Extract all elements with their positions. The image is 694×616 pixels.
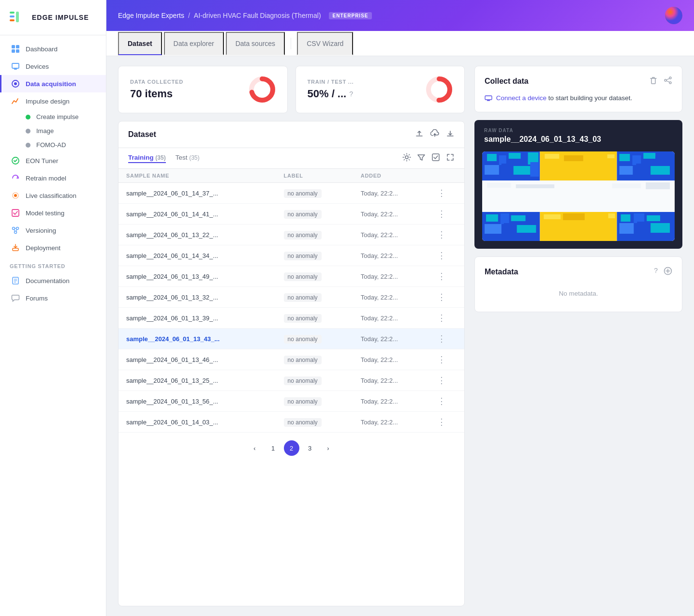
row-more-btn[interactable]: ⋮ [437,251,446,260]
table-row[interactable]: sample__2024_06_01_14_03_... no anomaly … [118,412,464,433]
row-more-btn[interactable]: ⋮ [437,417,446,427]
row-more-btn[interactable]: ⋮ [437,396,446,406]
sidebar-item-versioning[interactable]: Versioning [0,222,106,239]
col-actions [429,169,464,183]
sidebar-item-deployment[interactable]: Deployment [0,239,106,256]
sidebar-item-model-testing[interactable]: Model testing [0,204,106,222]
tab-test[interactable]: Test (35) [176,154,200,163]
add-metadata-icon[interactable] [664,267,672,277]
sidebar-item-retrain-model[interactable]: Retrain model [0,169,106,187]
svg-rect-65 [487,183,511,188]
svg-rect-47 [485,165,499,175]
tab-training[interactable]: Training (35) [128,154,166,163]
settings-icon[interactable] [402,153,411,164]
row-more-btn[interactable]: ⋮ [437,334,446,344]
svg-point-18 [15,231,17,234]
dataset-card-header: Dataset [118,121,464,148]
raw-data-card: RAW DATA sample__2024_06_01_13_43_03 [474,120,682,249]
page-1-btn[interactable]: 1 [266,440,281,456]
svg-rect-22 [13,248,18,251]
sidebar-item-devices-label: Devices [26,63,49,70]
user-avatar[interactable] [665,7,682,24]
raw-data-label: RAW DATA [484,128,673,133]
label-cell: no anomaly [276,391,353,412]
table-row[interactable]: sample__2024_06_01_13_49_... no anomaly … [118,266,464,287]
page-3-btn[interactable]: 3 [302,440,318,456]
upload-icon[interactable] [415,129,424,140]
tab-data-sources[interactable]: Data sources [226,32,285,55]
train-test-donut [426,76,453,103]
row-more-btn[interactable]: ⋮ [437,230,446,240]
sidebar-item-eon-tuner[interactable]: EON Tuner [0,152,106,169]
train-test-help[interactable]: ? [349,90,353,98]
sidebar-nav: Dashboard Devices Data acquisition Impul… [0,35,106,616]
sidebar-item-create-impulse[interactable]: Create impulse [24,110,106,124]
table-row[interactable]: sample__2024_06_01_14_41_... no anomaly … [118,204,464,225]
sample-name-cell: sample__2024_06_01_13_25_... [118,370,276,391]
sidebar-item-model-testing-label: Model testing [26,210,64,217]
tab-dataset[interactable]: Dataset [118,32,162,55]
label-cell: no anomaly [276,266,353,287]
tab-data-explorer[interactable]: Data explorer [164,32,224,55]
svg-rect-3 [16,12,19,22]
tab-csv-wizard[interactable]: CSV Wizard [297,32,353,55]
sidebar-item-impulse-design[interactable]: Impulse design [0,92,106,110]
row-more-btn[interactable]: ⋮ [437,271,446,281]
sidebar-item-dashboard[interactable]: Dashboard [0,40,106,58]
sidebar-item-documentation[interactable]: Documentation [0,272,106,289]
help-icon[interactable]: ? [654,267,658,277]
svg-line-20 [14,229,15,231]
sidebar-item-retrain-model-label: Retrain model [26,175,66,182]
table-row[interactable]: sample__2024_06_01_13_39_... no anomaly … [118,308,464,329]
more-cell: ⋮ [429,329,464,349]
svg-rect-75 [485,224,502,234]
deployment-icon [11,243,20,252]
impulse-design-icon [11,97,20,105]
label-cell: no anomaly [276,329,353,349]
row-more-btn[interactable]: ⋮ [437,292,446,302]
connect-device-link[interactable]: Connect a device [496,94,546,102]
expand-icon[interactable] [446,153,455,164]
svg-rect-0 [10,12,15,14]
table-row[interactable]: sample__2024_06_01_13_43_... no anomaly … [118,329,464,349]
filter-icon[interactable] [417,153,426,164]
check-icon[interactable] [431,153,440,164]
download-icon[interactable] [446,129,455,140]
sidebar-item-data-acquisition-label: Data acquisition [26,80,76,88]
table-row[interactable]: sample__2024_06_01_14_34_... no anomaly … [118,245,464,266]
table-row[interactable]: sample__2024_06_01_13_56_... no anomaly … [118,391,464,412]
train-test-card: TRAIN / TEST ... 50% / ... ? [295,66,465,113]
table-row[interactable]: sample__2024_06_01_13_32_... no anomaly … [118,287,464,308]
table-row[interactable]: sample__2024_06_01_13_46_... no anomaly … [118,349,464,370]
svg-rect-76 [504,223,515,234]
sidebar-item-image[interactable]: Image [24,124,106,138]
image-dot [26,129,30,134]
sidebar-item-devices[interactable]: Devices [0,58,106,75]
row-more-btn[interactable]: ⋮ [437,355,446,364]
trash-icon[interactable] [649,76,658,87]
sidebar-item-live-classification[interactable]: Live classification [0,187,106,204]
next-page-btn[interactable]: › [321,440,336,456]
cloud-upload-icon[interactable] [430,129,439,140]
svg-rect-84 [621,214,631,222]
table-row[interactable]: sample__2024_06_01_14_37_... no anomaly … [118,183,464,204]
row-more-btn[interactable]: ⋮ [437,209,446,219]
share-icon[interactable] [664,76,672,87]
label-cell: no anomaly [276,349,353,370]
row-more-btn[interactable]: ⋮ [437,313,446,323]
svg-rect-8 [12,63,19,68]
more-cell: ⋮ [429,245,464,266]
prev-page-btn[interactable]: ‹ [247,440,263,456]
table-row[interactable]: sample__2024_06_01_13_25_... no anomaly … [118,370,464,391]
row-more-btn[interactable]: ⋮ [437,376,446,385]
sidebar-item-fomo-ad[interactable]: FOMO-AD [24,138,106,152]
page-2-btn[interactable]: 2 [284,440,299,456]
retrain-model-icon [11,174,20,182]
sidebar-item-forums[interactable]: Forums [0,289,106,307]
sidebar-item-data-acquisition[interactable]: Data acquisition [0,75,106,92]
device-inline-icon [485,94,492,102]
added-cell: Today, 22:2... [353,370,429,391]
row-more-btn[interactable]: ⋮ [437,188,446,198]
table-row[interactable]: sample__2024_06_01_13_22_... no anomaly … [118,225,464,245]
added-cell: Today, 22:2... [353,183,429,204]
